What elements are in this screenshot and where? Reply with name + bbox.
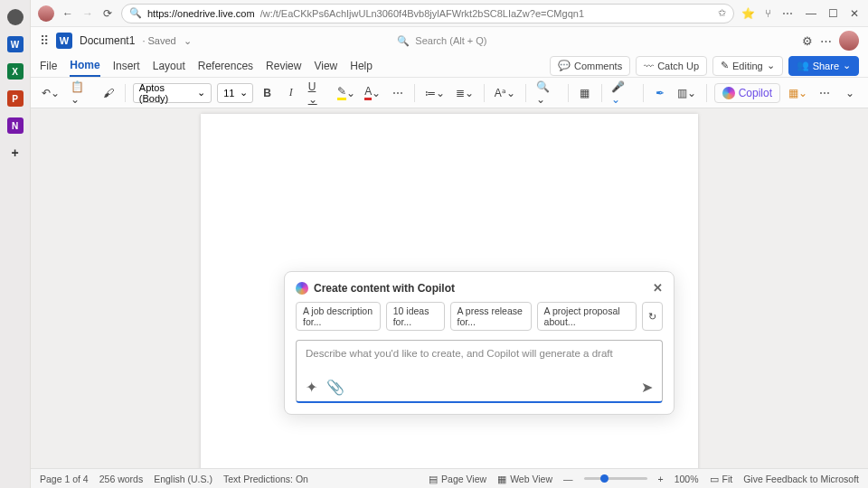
suggestion-chip[interactable]: A press release for... <box>450 302 532 331</box>
feedback-link[interactable]: Give Feedback to Microsoft <box>743 474 859 484</box>
italic-button[interactable]: I <box>282 83 300 103</box>
catch-up-button[interactable]: 〰 Catch Up <box>636 56 707 76</box>
addins-button[interactable]: ▥⌄ <box>675 83 699 103</box>
find-button[interactable]: 🔍⌄ <box>533 83 561 103</box>
document-canvas: Create content with Copilot ✕ A job desc… <box>31 108 868 468</box>
title-chevron-icon[interactable]: ⌄ <box>184 35 192 47</box>
window-close-icon[interactable]: ✕ <box>848 7 861 20</box>
search-box[interactable]: 🔍 Search (Alt + Q) <box>397 35 596 47</box>
copilot-prompt-input[interactable]: Describe what you'd like to create, and … <box>306 348 653 366</box>
sparkle-icon[interactable]: ✦ <box>306 379 317 396</box>
ribbon-toolbar: ↶⌄ 📋⌄ 🖌 Aptos (Body)⌄ 11⌄ B I U ⌄ ✎⌄ A⌄ … <box>31 78 868 108</box>
suggestion-chip[interactable]: 10 ideas for... <box>386 302 445 331</box>
search-icon: 🔍 <box>397 35 410 47</box>
account-avatar-icon[interactable] <box>839 31 859 51</box>
share-button[interactable]: 👥 Share ⌄ <box>788 56 859 76</box>
editor-button[interactable]: ✒ <box>651 83 669 103</box>
font-name-select[interactable]: Aptos (Body)⌄ <box>133 83 212 103</box>
send-icon[interactable]: ➤ <box>641 379 653 396</box>
bold-button[interactable]: B <box>259 83 277 103</box>
app-header: ⠿ W Document1 · Saved ⌄ 🔍 Search (Alt + … <box>31 27 868 54</box>
search-placeholder: Search (Alt + Q) <box>415 35 486 46</box>
powerpoint-rail-icon[interactable]: P <box>7 90 24 107</box>
bullets-button[interactable]: ≔⌄ <box>422 83 448 103</box>
address-bar[interactable]: 🔍 https://onedrive.live.com/w:/t/EaCKkPs… <box>121 4 734 23</box>
tab-references[interactable]: References <box>198 56 253 76</box>
header-more-icon[interactable]: ⋯ <box>820 34 832 48</box>
favorite-icon[interactable]: ⭐ <box>741 7 754 20</box>
ribbon-tabs: File Home Insert Layout References Revie… <box>31 54 868 78</box>
reader-icon[interactable]: ✩ <box>718 7 726 19</box>
tab-file[interactable]: File <box>40 56 57 76</box>
app-launcher-icon[interactable]: ⠿ <box>40 33 49 48</box>
add-app-icon[interactable]: + <box>7 145 24 161</box>
styles-button[interactable]: Aᵃ⌄ <box>492 83 518 103</box>
main-window: ← → ⟳ 🔍 https://onedrive.live.com/w:/t/E… <box>31 0 868 488</box>
designer-button[interactable]: ▦ <box>576 83 594 103</box>
editing-mode-button[interactable]: ✎ Editing ⌄ <box>712 56 783 76</box>
tab-view[interactable]: View <box>314 56 337 76</box>
paste-button[interactable]: 📋⌄ <box>68 83 94 103</box>
suggestion-chip[interactable]: A job description for... <box>296 302 381 331</box>
tab-home[interactable]: Home <box>70 55 99 77</box>
comments-button[interactable]: 💬 Comments <box>550 56 630 76</box>
apps-button[interactable]: ▦⌄ <box>786 83 810 103</box>
copilot-prompt-box[interactable]: Describe what you'd like to create, and … <box>296 340 663 403</box>
browser-menu-icon[interactable]: ⋯ <box>781 7 794 20</box>
font-size-select[interactable]: 11⌄ <box>217 83 252 103</box>
underline-button[interactable]: U ⌄ <box>306 83 330 103</box>
collections-icon[interactable]: ⑂ <box>761 7 774 20</box>
refresh-icon[interactable]: ⟳ <box>101 7 114 20</box>
close-icon[interactable]: ✕ <box>653 281 663 295</box>
copilot-popup-title: Create content with Copilot <box>314 282 455 295</box>
word-rail-icon[interactable]: W <box>7 36 24 52</box>
font-color-button[interactable]: A⌄ <box>363 83 383 103</box>
copilot-draft-popup: Create content with Copilot ✕ A job desc… <box>284 271 675 415</box>
font-more-icon[interactable]: ⋯ <box>389 83 407 103</box>
format-painter-button[interactable]: 🖌 <box>99 83 118 103</box>
document-title[interactable]: Document1 <box>80 34 135 47</box>
page-view-button[interactable]: ▤ Page View <box>429 474 486 484</box>
tab-help[interactable]: Help <box>350 56 373 76</box>
copilot-icon <box>296 282 308 295</box>
copilot-ribbon-button[interactable]: Copilot <box>714 83 780 103</box>
lock-icon: 🔍 <box>129 7 142 19</box>
highlight-button[interactable]: ✎⌄ <box>335 83 357 103</box>
attach-icon[interactable]: 📎 <box>326 379 344 396</box>
dictate-button[interactable]: 🎤⌄ <box>609 83 636 103</box>
zoom-level[interactable]: 100% <box>675 474 699 484</box>
save-state[interactable]: · Saved <box>142 35 175 46</box>
settings-gear-icon[interactable]: ⚙ <box>802 34 813 48</box>
url-path: /w:/t/EaCKkPs6AchIjwULn3060f4Bvb8jylAFWr… <box>260 8 584 19</box>
zoom-slider[interactable] <box>584 477 647 480</box>
suggestion-chip[interactable]: A project proposal about... <box>537 302 637 331</box>
copilot-icon <box>722 87 735 99</box>
tab-insert[interactable]: Insert <box>113 56 140 76</box>
window-maximize-icon[interactable]: ☐ <box>826 7 839 20</box>
numbering-button[interactable]: ≣⌄ <box>453 83 476 103</box>
tab-layout[interactable]: Layout <box>153 56 185 76</box>
profile-avatar-icon[interactable] <box>38 5 54 22</box>
text-predictions-status[interactable]: Text Predictions: On <box>223 474 308 484</box>
back-icon[interactable]: ← <box>61 7 74 20</box>
onenote-rail-icon[interactable]: N <box>7 117 24 134</box>
undo-button[interactable]: ↶⌄ <box>40 83 62 103</box>
url-host: https://onedrive.live.com <box>147 8 255 19</box>
edge-icon[interactable] <box>7 9 24 25</box>
browser-toolbar: ← → ⟳ 🔍 https://onedrive.live.com/w:/t/E… <box>31 0 868 27</box>
web-view-button[interactable]: ▦ Web View <box>497 474 552 484</box>
word-count[interactable]: 256 words <box>99 474 143 484</box>
status-bar: Page 1 of 4 256 words English (U.S.) Tex… <box>31 468 868 488</box>
window-minimize-icon[interactable]: — <box>805 7 817 20</box>
refresh-suggestions-icon[interactable]: ↻ <box>642 302 663 331</box>
excel-rail-icon[interactable]: X <box>7 63 24 80</box>
collapse-ribbon-icon[interactable]: ⌄ <box>841 83 859 103</box>
windows-app-rail: W X P N + <box>0 0 31 488</box>
fit-button[interactable]: ▭ Fit <box>710 474 733 484</box>
zoom-in-icon[interactable]: + <box>658 474 664 484</box>
page-count[interactable]: Page 1 of 4 <box>40 474 89 484</box>
zoom-out-icon[interactable]: — <box>563 474 573 484</box>
tab-review[interactable]: Review <box>266 56 301 76</box>
ribbon-overflow-icon[interactable]: ⋯ <box>816 83 834 103</box>
language-status[interactable]: English (U.S.) <box>154 474 212 484</box>
